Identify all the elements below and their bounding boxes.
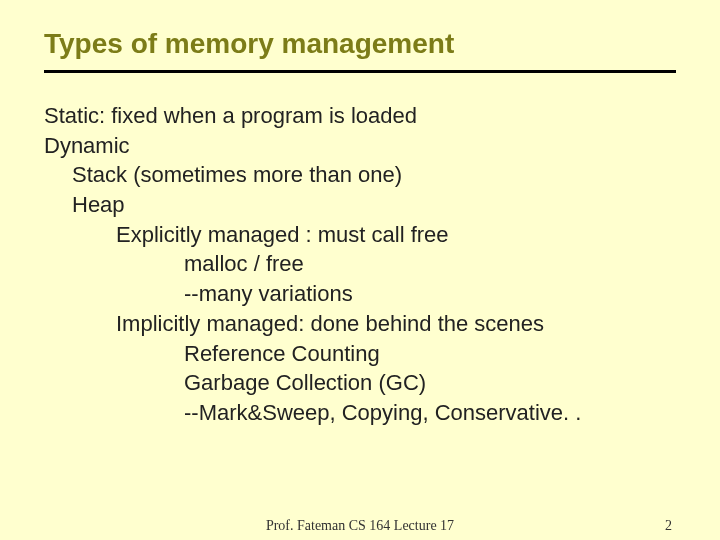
line-implicit: Implicitly managed: done behind the scen… [116, 309, 676, 339]
footer-page-number: 2 [665, 518, 672, 534]
line-stack: Stack (sometimes more than one) [72, 160, 676, 190]
slide: Types of memory management Static: fixed… [0, 0, 720, 540]
slide-body: Static: fixed when a program is loaded D… [44, 101, 676, 428]
line-gc: Garbage Collection (GC) [184, 368, 676, 398]
line-heap: Heap [72, 190, 676, 220]
line-variations: --many variations [184, 279, 676, 309]
line-explicit: Explicitly managed : must call free [116, 220, 676, 250]
footer-center: Prof. Fateman CS 164 Lecture 17 [266, 518, 454, 534]
line-marksweep: --Mark&Sweep, Copying, Conservative. . [184, 398, 676, 428]
line-dynamic: Dynamic [44, 131, 676, 161]
line-static: Static: fixed when a program is loaded [44, 101, 676, 131]
line-malloc: malloc / free [184, 249, 676, 279]
slide-title: Types of memory management [44, 28, 676, 60]
title-rule [44, 70, 676, 73]
line-refcount: Reference Counting [184, 339, 676, 369]
